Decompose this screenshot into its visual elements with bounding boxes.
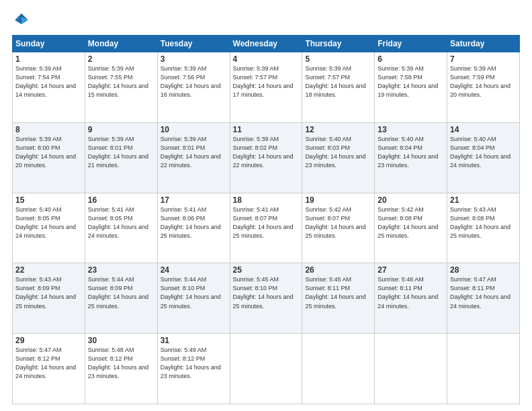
calendar-cell: 7Sunrise: 5:39 AMSunset: 7:59 PMDaylight… [447,52,520,123]
day-info: Sunrise: 5:39 AMSunset: 7:57 PMDaylight:… [233,64,300,99]
day-number: 2 [88,54,154,64]
weekday-header-tuesday: Tuesday [157,36,230,52]
calendar-cell: 1Sunrise: 5:39 AMSunset: 7:54 PMDaylight… [13,52,85,123]
calendar-cell: 14Sunrise: 5:40 AMSunset: 8:04 PMDayligh… [447,122,520,193]
day-info: Sunrise: 5:41 AMSunset: 8:06 PMDaylight:… [161,205,227,240]
day-info: Sunrise: 5:42 AMSunset: 8:07 PMDaylight:… [305,205,371,240]
day-info: Sunrise: 5:40 AMSunset: 8:05 PMDaylight:… [15,205,82,240]
day-info: Sunrise: 5:39 AMSunset: 8:02 PMDaylight:… [233,135,300,170]
weekday-header-saturday: Saturday [447,36,520,52]
day-number: 29 [15,336,82,345]
calendar-week-row: 22Sunrise: 5:43 AMSunset: 8:09 PMDayligh… [13,263,520,334]
calendar-cell: 30Sunrise: 5:48 AMSunset: 8:12 PMDayligh… [85,334,157,404]
calendar-cell: 11Sunrise: 5:39 AMSunset: 8:02 PMDayligh… [230,122,302,193]
day-info: Sunrise: 5:41 AMSunset: 8:07 PMDaylight:… [233,205,300,240]
calendar-cell: 4Sunrise: 5:39 AMSunset: 7:57 PMDaylight… [230,52,302,123]
page: SundayMondayTuesdayWednesdayThursdayFrid… [0,0,532,411]
calendar-cell: 31Sunrise: 5:49 AMSunset: 8:12 PMDayligh… [157,334,230,404]
header [12,11,520,30]
day-info: Sunrise: 5:47 AMSunset: 8:11 PMDaylight:… [450,275,517,310]
day-number: 27 [378,265,444,275]
weekday-header-thursday: Thursday [302,36,375,52]
day-number: 18 [233,195,300,205]
calendar-cell: 27Sunrise: 5:46 AMSunset: 8:11 PMDayligh… [375,263,447,334]
calendar-cell: 19Sunrise: 5:42 AMSunset: 8:07 PMDayligh… [302,193,375,263]
calendar-cell: 3Sunrise: 5:39 AMSunset: 7:56 PMDaylight… [157,52,230,123]
day-number: 26 [305,265,371,275]
day-info: Sunrise: 5:48 AMSunset: 8:12 PMDaylight:… [88,346,154,381]
day-number: 3 [161,54,227,64]
day-number: 5 [305,54,371,64]
calendar-cell: 18Sunrise: 5:41 AMSunset: 8:07 PMDayligh… [230,193,302,263]
logo [12,11,34,30]
calendar-cell: 20Sunrise: 5:42 AMSunset: 8:08 PMDayligh… [375,193,447,263]
day-number: 19 [305,195,371,205]
day-info: Sunrise: 5:42 AMSunset: 8:08 PMDaylight:… [378,205,444,240]
day-number: 30 [88,336,154,345]
day-number: 10 [161,125,227,134]
calendar-week-row: 8Sunrise: 5:39 AMSunset: 8:00 PMDaylight… [13,122,520,193]
weekday-header-monday: Monday [85,36,157,52]
day-info: Sunrise: 5:40 AMSunset: 8:03 PMDaylight:… [305,135,371,170]
day-info: Sunrise: 5:39 AMSunset: 7:58 PMDaylight:… [378,64,444,99]
calendar-cell [375,334,447,404]
day-number: 16 [88,195,154,205]
calendar-cell: 26Sunrise: 5:45 AMSunset: 8:11 PMDayligh… [302,263,375,334]
day-number: 12 [305,125,371,134]
day-info: Sunrise: 5:39 AMSunset: 7:57 PMDaylight:… [305,64,371,99]
day-info: Sunrise: 5:43 AMSunset: 8:09 PMDaylight:… [15,275,82,310]
weekday-header-wednesday: Wednesday [230,36,302,52]
day-info: Sunrise: 5:46 AMSunset: 8:11 PMDaylight:… [378,275,444,310]
day-number: 9 [88,125,154,134]
calendar-cell: 21Sunrise: 5:43 AMSunset: 8:08 PMDayligh… [447,193,520,263]
calendar-cell: 28Sunrise: 5:47 AMSunset: 8:11 PMDayligh… [447,263,520,334]
day-number: 13 [378,125,444,134]
calendar-cell [447,334,520,404]
calendar-week-row: 29Sunrise: 5:47 AMSunset: 8:12 PMDayligh… [13,334,520,404]
day-number: 22 [15,265,82,275]
day-number: 7 [450,54,517,64]
day-info: Sunrise: 5:39 AMSunset: 7:56 PMDaylight:… [161,64,227,99]
calendar-cell: 25Sunrise: 5:45 AMSunset: 8:10 PMDayligh… [230,263,302,334]
calendar-cell: 12Sunrise: 5:40 AMSunset: 8:03 PMDayligh… [302,122,375,193]
calendar-header-row: SundayMondayTuesdayWednesdayThursdayFrid… [13,36,520,52]
calendar-cell: 24Sunrise: 5:44 AMSunset: 8:10 PMDayligh… [157,263,230,334]
calendar-table: SundayMondayTuesdayWednesdayThursdayFrid… [12,35,520,404]
day-info: Sunrise: 5:44 AMSunset: 8:09 PMDaylight:… [88,275,154,310]
day-number: 28 [450,265,517,275]
day-info: Sunrise: 5:39 AMSunset: 8:01 PMDaylight:… [88,135,154,170]
day-info: Sunrise: 5:45 AMSunset: 8:10 PMDaylight:… [233,275,300,310]
day-info: Sunrise: 5:40 AMSunset: 8:04 PMDaylight:… [450,135,517,170]
calendar-cell: 13Sunrise: 5:40 AMSunset: 8:04 PMDayligh… [375,122,447,193]
calendar-cell: 29Sunrise: 5:47 AMSunset: 8:12 PMDayligh… [13,334,85,404]
day-number: 20 [378,195,444,205]
day-number: 11 [233,125,300,134]
day-number: 15 [15,195,82,205]
calendar-cell: 17Sunrise: 5:41 AMSunset: 8:06 PMDayligh… [157,193,230,263]
day-info: Sunrise: 5:39 AMSunset: 8:01 PMDaylight:… [161,135,227,170]
day-info: Sunrise: 5:43 AMSunset: 8:08 PMDaylight:… [450,205,517,240]
day-number: 8 [15,125,82,134]
day-number: 31 [161,336,227,345]
day-number: 17 [161,195,227,205]
calendar-cell: 16Sunrise: 5:41 AMSunset: 8:05 PMDayligh… [85,193,157,263]
day-info: Sunrise: 5:39 AMSunset: 8:00 PMDaylight:… [15,135,82,170]
day-info: Sunrise: 5:39 AMSunset: 7:59 PMDaylight:… [450,64,517,99]
calendar-week-row: 1Sunrise: 5:39 AMSunset: 7:54 PMDaylight… [13,52,520,123]
calendar-cell: 22Sunrise: 5:43 AMSunset: 8:09 PMDayligh… [13,263,85,334]
calendar-cell: 6Sunrise: 5:39 AMSunset: 7:58 PMDaylight… [375,52,447,123]
day-info: Sunrise: 5:45 AMSunset: 8:11 PMDaylight:… [305,275,371,310]
day-number: 24 [161,265,227,275]
day-number: 21 [450,195,517,205]
day-info: Sunrise: 5:49 AMSunset: 8:12 PMDaylight:… [161,346,227,381]
day-info: Sunrise: 5:40 AMSunset: 8:04 PMDaylight:… [378,135,444,170]
calendar-cell: 15Sunrise: 5:40 AMSunset: 8:05 PMDayligh… [13,193,85,263]
day-info: Sunrise: 5:47 AMSunset: 8:12 PMDaylight:… [15,346,82,381]
day-number: 23 [88,265,154,275]
calendar-cell [230,334,302,404]
day-info: Sunrise: 5:39 AMSunset: 7:54 PMDaylight:… [15,64,82,99]
calendar-cell: 23Sunrise: 5:44 AMSunset: 8:09 PMDayligh… [85,263,157,334]
calendar-week-row: 15Sunrise: 5:40 AMSunset: 8:05 PMDayligh… [13,193,520,263]
calendar-cell: 2Sunrise: 5:39 AMSunset: 7:55 PMDaylight… [85,52,157,123]
day-number: 4 [233,54,300,64]
